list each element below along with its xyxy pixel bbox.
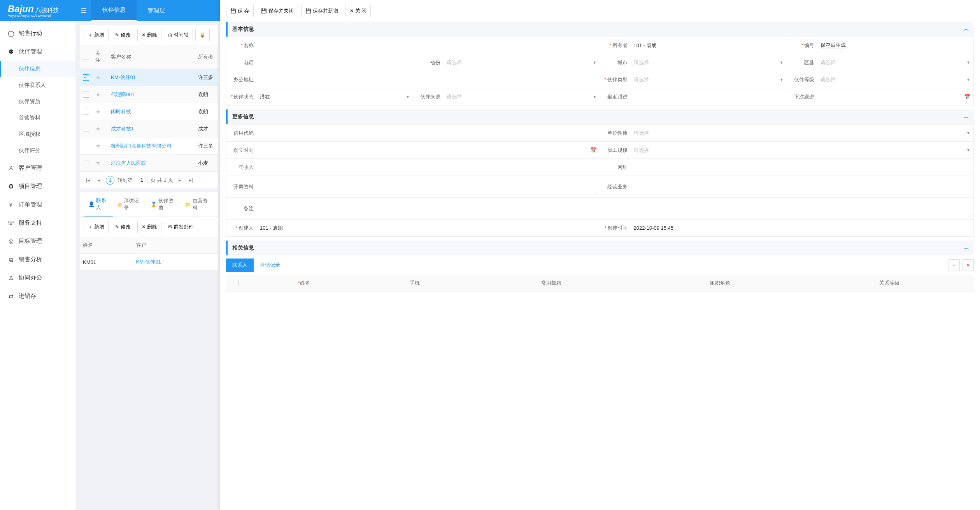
business-input[interactable] bbox=[634, 184, 971, 190]
pager-input[interactable] bbox=[136, 176, 147, 184]
sidebar-item-sales-action[interactable]: ◯销售行动 bbox=[0, 24, 75, 42]
calendar-icon[interactable]: 📅 bbox=[591, 147, 597, 153]
sidebar-item-sales-analysis[interactable]: ⧉销售分析 bbox=[0, 250, 75, 269]
rel-delete-button[interactable]: ✕ bbox=[962, 259, 974, 271]
partner-name-link[interactable]: KM-伙伴01 bbox=[111, 74, 136, 80]
pager-first[interactable]: |◂ bbox=[84, 176, 92, 185]
star-icon[interactable]: ★ bbox=[95, 108, 101, 115]
edit-button[interactable]: ✎修改 bbox=[111, 29, 135, 41]
section-basic-header[interactable]: 基本信息 ︿ bbox=[226, 22, 974, 37]
section-more-header[interactable]: 更多信息 ︿ bbox=[226, 109, 974, 124]
rel-select-all-checkbox[interactable] bbox=[233, 280, 239, 286]
pager-next[interactable]: ▸ bbox=[176, 176, 184, 185]
table-row[interactable]: ★ 浙江省人民医院 小麦 bbox=[80, 155, 218, 172]
star-icon[interactable]: ★ bbox=[95, 142, 101, 149]
pager-last[interactable]: ▸| bbox=[187, 176, 195, 185]
partner-name-link[interactable]: 闲时科技 bbox=[111, 109, 131, 114]
partner-name-link[interactable]: 代理商001 bbox=[111, 91, 135, 97]
sub-tab[interactable]: ◎拜访记录 bbox=[113, 192, 146, 216]
unit-nature-select[interactable]: 请选择 bbox=[634, 130, 649, 137]
credit-code-input[interactable] bbox=[260, 130, 597, 136]
more-button[interactable]: 🔒 bbox=[195, 29, 210, 41]
timeline-button[interactable]: ◷时间轴 bbox=[164, 29, 193, 41]
row-checkbox[interactable] bbox=[83, 126, 89, 132]
partner-name-link[interactable]: 成才科技1 bbox=[111, 126, 134, 132]
annual-revenue-input[interactable] bbox=[260, 164, 597, 170]
top-tab-partner-info[interactable]: 伙伴信息 bbox=[91, 0, 137, 21]
rel-add-button[interactable]: ＋ bbox=[948, 259, 960, 271]
resize-icon[interactable]: ⟋ bbox=[967, 191, 972, 197]
name-input[interactable] bbox=[260, 42, 597, 48]
partner-name-link[interactable]: 杭州西门点自科技有限公司 bbox=[111, 143, 172, 149]
province-select[interactable]: 请选择 bbox=[447, 59, 462, 66]
sidebar-sub-partner-score[interactable]: 伙伴评分 bbox=[0, 142, 75, 159]
sub-tab[interactable]: 🏅伙伴资质 bbox=[146, 192, 180, 216]
website-input[interactable] bbox=[634, 164, 971, 170]
sidebar-item-inventory[interactable]: ⇄进销存 bbox=[0, 287, 75, 305]
sidebar-sub-area-auth[interactable]: 区域授权 bbox=[0, 126, 75, 142]
invoice-info-input[interactable] bbox=[260, 184, 597, 190]
contact-row[interactable]: KM01 KM-伙伴01 bbox=[80, 254, 218, 271]
sidebar-item-target-mgmt[interactable]: ◎目标管理 bbox=[0, 232, 75, 250]
phone-input[interactable] bbox=[260, 60, 410, 65]
star-icon[interactable]: ★ bbox=[95, 91, 101, 98]
partner-source-select[interactable]: 请选择 bbox=[447, 93, 462, 100]
city-select[interactable]: 请选择 bbox=[634, 59, 649, 66]
table-row[interactable]: ★ 成才科技1 成才 bbox=[80, 120, 218, 137]
top-tab-management[interactable]: 管理层 bbox=[137, 0, 176, 21]
contact-customer-link[interactable]: KM-伙伴01 bbox=[136, 259, 161, 265]
partner-status-select[interactable]: 潜在 bbox=[260, 93, 270, 100]
sub-tab[interactable]: 👤联系人 bbox=[84, 192, 113, 216]
star-icon[interactable]: ★ bbox=[95, 125, 101, 132]
address-input[interactable] bbox=[260, 77, 597, 83]
chevron-up-icon[interactable]: ︿ bbox=[964, 244, 969, 251]
remark-input[interactable] bbox=[260, 206, 970, 211]
contact-mail-button[interactable]: ✉群发邮件 bbox=[164, 221, 198, 233]
row-checkbox[interactable] bbox=[83, 160, 89, 166]
sidebar-item-project-mgmt[interactable]: ✪项目管理 bbox=[0, 177, 75, 195]
sidebar-item-partner-mgmt[interactable]: ⚉伙伴管理 bbox=[0, 42, 75, 61]
chevron-up-icon[interactable]: ︿ bbox=[964, 26, 969, 33]
resize-icon[interactable]: ⟋ bbox=[967, 213, 972, 218]
resize-icon[interactable]: ⟋ bbox=[594, 191, 598, 197]
establish-time-input[interactable] bbox=[260, 147, 597, 153]
delete-button[interactable]: ✕删除 bbox=[137, 29, 161, 41]
sidebar-sub-partner-qual[interactable]: 伙伴资质 bbox=[0, 93, 75, 110]
contact-edit-button[interactable]: ✎修改 bbox=[111, 221, 135, 233]
table-row[interactable]: ★ 代理商001 袁朗 bbox=[80, 86, 218, 103]
partner-name-link[interactable]: 浙江省人民医院 bbox=[111, 160, 146, 166]
chevron-up-icon[interactable]: ︿ bbox=[964, 113, 969, 120]
select-all-checkbox[interactable] bbox=[83, 54, 89, 60]
sidebar-sub-first-material[interactable]: 首营资料 bbox=[0, 110, 75, 126]
star-icon[interactable]: ★ bbox=[95, 74, 101, 81]
sidebar-sub-partner-info[interactable]: 伙伴信息 bbox=[0, 61, 75, 77]
row-checkbox[interactable] bbox=[83, 74, 89, 81]
staff-scale-select[interactable]: 请选择 bbox=[634, 147, 649, 154]
sidebar-item-service-support[interactable]: ☏服务支持 bbox=[0, 214, 75, 232]
table-row[interactable]: ★ 杭州西门点自科技有限公司 许三多 bbox=[80, 137, 218, 155]
row-checkbox[interactable] bbox=[83, 91, 89, 98]
row-checkbox[interactable] bbox=[83, 143, 89, 149]
add-button[interactable]: ＋新增 bbox=[84, 29, 109, 41]
district-select[interactable]: 请选择 bbox=[820, 59, 836, 66]
pager-prev[interactable]: ◂ bbox=[95, 176, 103, 185]
section-related-header[interactable]: 相关信息 ︿ bbox=[226, 241, 974, 255]
sidebar-item-order-mgmt[interactable]: ¥订单管理 bbox=[0, 195, 75, 214]
last-follow-input[interactable] bbox=[634, 94, 784, 100]
rel-tab-visit[interactable]: 拜访记录 bbox=[254, 259, 286, 272]
sub-tab[interactable]: 📁首营资料 bbox=[180, 192, 214, 216]
row-checkbox[interactable] bbox=[83, 109, 89, 115]
sidebar-sub-partner-contact[interactable]: 伙伴联系人 bbox=[0, 77, 75, 93]
table-row[interactable]: ★ KM-伙伴01 许三多 bbox=[80, 69, 218, 86]
table-row[interactable]: ★ 闲时科技 袁朗 bbox=[80, 103, 218, 120]
sidebar-item-collab-office[interactable]: ♙协同办公 bbox=[0, 269, 75, 287]
partner-type-select[interactable]: 请选择 bbox=[634, 76, 649, 83]
calendar-icon[interactable]: 📅 bbox=[964, 94, 970, 100]
next-follow-input[interactable] bbox=[820, 94, 970, 100]
menu-toggle-icon[interactable]: ☰ bbox=[76, 6, 91, 15]
contact-add-button[interactable]: ＋新增 bbox=[84, 221, 109, 233]
rel-tab-contact[interactable]: 联系人 bbox=[226, 259, 254, 272]
partner-level-select[interactable]: 请选择 bbox=[820, 76, 836, 83]
contact-delete-button[interactable]: ✕删除 bbox=[137, 221, 161, 233]
owner-value[interactable]: 101 - 袁朗 bbox=[634, 42, 657, 49]
